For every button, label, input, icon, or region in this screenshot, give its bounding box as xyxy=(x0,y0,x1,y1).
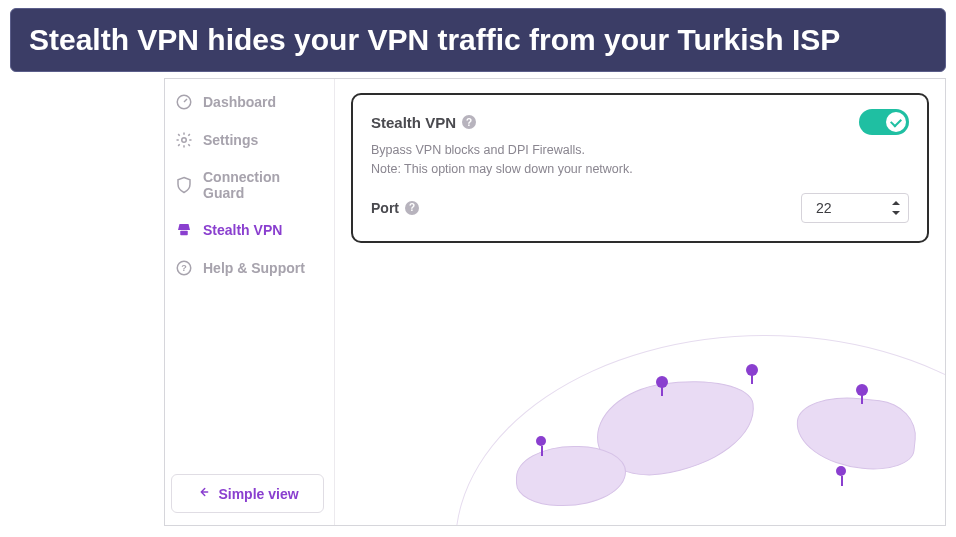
globe-decoration xyxy=(455,335,946,526)
banner-callout: Stealth VPN hides your VPN traffic from … xyxy=(10,8,946,72)
card-description: Bypass VPN blocks and DPI Firewalls. Not… xyxy=(371,141,909,179)
port-select[interactable]: 22 xyxy=(801,193,909,223)
toggle-knob xyxy=(886,112,906,132)
shield-icon xyxy=(175,176,193,194)
svg-text:?: ? xyxy=(181,263,187,273)
arrow-left-icon xyxy=(196,485,210,502)
sidebar-item-dashboard[interactable]: Dashboard xyxy=(171,83,324,121)
port-label: Port ? xyxy=(371,200,419,216)
landmass xyxy=(516,446,626,506)
desc-line-2: Note: This option may slow down your net… xyxy=(371,160,909,179)
sidebar-item-label: Stealth VPN xyxy=(203,222,282,238)
sidebar: Dashboard Settings Connection Guard Stea… xyxy=(165,79,335,525)
simple-view-button[interactable]: Simple view xyxy=(171,474,324,513)
content-area: Stealth VPN ? Bypass VPN blocks and DPI … xyxy=(335,79,945,525)
map-pin-icon xyxy=(656,376,668,388)
card-title: Stealth VPN ? xyxy=(371,114,476,131)
map-pin-icon xyxy=(746,364,758,376)
sidebar-item-help-support[interactable]: ? Help & Support xyxy=(171,249,324,287)
map-pin-icon xyxy=(856,384,868,396)
stealth-icon xyxy=(175,221,193,239)
map-pin-icon xyxy=(836,466,846,476)
map-pin-icon xyxy=(536,436,546,446)
simple-view-label: Simple view xyxy=(218,486,298,502)
gear-icon xyxy=(175,131,193,149)
svg-point-1 xyxy=(182,138,187,143)
sidebar-item-connection-guard[interactable]: Connection Guard xyxy=(171,159,324,211)
stealth-title-text: Stealth VPN xyxy=(371,114,456,131)
help-icon: ? xyxy=(175,259,193,277)
stealth-toggle[interactable] xyxy=(859,109,909,135)
port-value: 22 xyxy=(816,200,832,216)
help-icon[interactable]: ? xyxy=(405,201,419,215)
sidebar-item-label: Connection Guard xyxy=(203,169,320,201)
sidebar-item-label: Help & Support xyxy=(203,260,305,276)
sidebar-item-label: Dashboard xyxy=(203,94,276,110)
port-row: Port ? 22 xyxy=(371,193,909,223)
svg-rect-2 xyxy=(180,231,188,236)
port-label-text: Port xyxy=(371,200,399,216)
desc-line-1: Bypass VPN blocks and DPI Firewalls. xyxy=(371,141,909,160)
dashboard-icon xyxy=(175,93,193,111)
stepper-caret-icon xyxy=(890,201,900,215)
sidebar-item-stealth-vpn[interactable]: Stealth VPN xyxy=(171,211,324,249)
app-window: Dashboard Settings Connection Guard Stea… xyxy=(164,78,946,526)
banner-text: Stealth VPN hides your VPN traffic from … xyxy=(29,23,840,56)
sidebar-item-settings[interactable]: Settings xyxy=(171,121,324,159)
landmass xyxy=(793,392,920,474)
card-header: Stealth VPN ? xyxy=(371,109,909,135)
stealth-vpn-card: Stealth VPN ? Bypass VPN blocks and DPI … xyxy=(351,93,929,243)
sidebar-nav: Dashboard Settings Connection Guard Stea… xyxy=(171,83,324,474)
sidebar-item-label: Settings xyxy=(203,132,258,148)
help-icon[interactable]: ? xyxy=(462,115,476,129)
